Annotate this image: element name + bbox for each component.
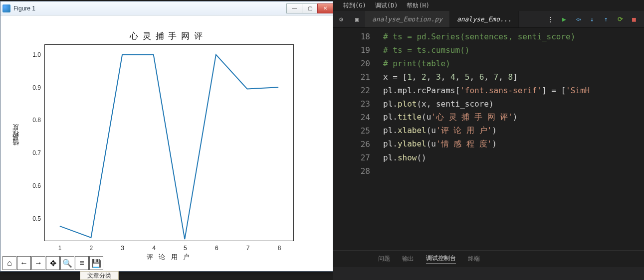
y-tick: 1.0 xyxy=(25,51,41,58)
y-axis-label: 情 感 程 度 xyxy=(11,135,20,151)
run-icon[interactable]: ▶ xyxy=(559,14,569,24)
y-tick: 0.5 xyxy=(25,215,41,222)
code-text[interactable]: pl.ylabel(u'情 感 程 度') xyxy=(383,139,497,149)
restart-icon[interactable]: ⟳ xyxy=(615,14,625,24)
code-line[interactable]: 25pl.xlabel(u'评 论 用 户') xyxy=(333,124,644,138)
line-number: 19 xyxy=(333,45,383,55)
panel-output[interactable]: 输出 xyxy=(402,255,414,263)
more-icon[interactable]: ⋮ xyxy=(545,14,555,24)
line-number: 24 xyxy=(333,113,383,122)
line-number: 22 xyxy=(333,86,383,95)
line-number: 21 xyxy=(333,72,383,82)
save-icon[interactable]: 💾 xyxy=(89,256,103,270)
code-text[interactable]: # ts = pd.Series(sentences, senti_score) xyxy=(383,32,575,41)
step-into-icon[interactable]: ↓ xyxy=(587,14,597,24)
panel-debug-console[interactable]: 调试控制台 xyxy=(426,254,456,264)
x-tick: 3 xyxy=(121,245,124,252)
line-number: 20 xyxy=(333,59,383,68)
code-line[interactable]: 23pl.plot(x, senti_score) xyxy=(333,97,644,111)
line-number: 18 xyxy=(333,32,383,41)
panel-terminal[interactable]: 终端 xyxy=(468,255,480,263)
x-tick: 6 xyxy=(215,245,218,252)
background-tab[interactable]: 文章分类 xyxy=(80,271,119,280)
code-line[interactable]: 26pl.ylabel(u'情 感 程 度') xyxy=(333,138,644,151)
status-bar xyxy=(333,267,644,280)
menu-goto[interactable]: 转到(G) xyxy=(343,1,366,10)
plot-canvas[interactable]: 心 灵 捕 手 网 评 情 感 程 度 评 论 用 户 0.50.60.70.8… xyxy=(4,16,329,253)
line-number: 28 xyxy=(333,166,383,176)
code-text[interactable]: pl.title(u'心 灵 捕 手 网 评') xyxy=(383,112,517,123)
window-title: Figure 1 xyxy=(13,5,286,12)
code-text[interactable]: pl.mpl.rcParams['font.sans-serif'] = ['S… xyxy=(383,86,590,95)
pan-icon[interactable]: ✥ xyxy=(46,256,60,270)
x-tick: 1 xyxy=(58,245,62,252)
matplotlib-toolbar: ⌂ ← → ✥ 🔍 ≡ 💾 xyxy=(2,256,104,270)
code-line[interactable]: 24pl.title(u'心 灵 捕 手 网 评') xyxy=(333,111,644,124)
y-tick: 0.8 xyxy=(25,117,41,124)
code-line[interactable]: 28 xyxy=(333,164,644,178)
plot-axes: 情 感 程 度 评 论 用 户 0.50.60.70.80.91.0123456… xyxy=(44,44,294,241)
code-line[interactable]: 18# ts = pd.Series(sentences, senti_scor… xyxy=(333,30,644,43)
panel-problems[interactable]: 问题 xyxy=(378,255,390,263)
gear-icon[interactable]: ⚙ xyxy=(333,11,349,27)
line-number: 23 xyxy=(333,99,383,109)
code-line[interactable]: 27pl.show() xyxy=(333,151,644,164)
app-icon xyxy=(2,4,10,12)
menu-help[interactable]: 帮助(H) xyxy=(407,1,429,10)
code-text[interactable]: pl.show() xyxy=(383,153,427,162)
code-text[interactable]: # print(table) xyxy=(383,59,450,68)
configure-icon[interactable]: ≡ xyxy=(75,256,89,270)
line-number: 27 xyxy=(333,153,383,162)
bottom-panel: 问题 输出 调试控制台 终端 xyxy=(333,250,644,267)
step-out-icon[interactable]: ↑ xyxy=(601,14,611,24)
x-tick: 4 xyxy=(152,245,156,252)
forward-icon[interactable]: → xyxy=(31,256,45,270)
code-text[interactable]: # ts = ts.cumsum() xyxy=(383,45,469,55)
zoom-icon[interactable]: 🔍 xyxy=(60,256,74,270)
y-tick: 0.6 xyxy=(25,182,41,189)
x-tick: 2 xyxy=(90,245,93,252)
line-number: 26 xyxy=(333,140,383,149)
menu-debug[interactable]: 调试(D) xyxy=(375,1,398,10)
code-line[interactable]: 21x = [1, 2, 3, 4, 5, 6, 7, 8] xyxy=(333,70,644,84)
terminal-icon[interactable]: ▣ xyxy=(349,11,365,27)
stop-icon[interactable]: ■ xyxy=(629,14,639,24)
code-line[interactable]: 22pl.mpl.rcParams['font.sans-serif'] = [… xyxy=(333,84,644,97)
figure-window: Figure 1 — ▢ ✕ 心 灵 捕 手 网 评 情 感 程 度 评 论 用… xyxy=(0,1,333,272)
x-tick: 5 xyxy=(184,245,187,252)
ide-panel: 转到(G) 调试(D) 帮助(H) ⚙ ▣ analyse_Emotion.py… xyxy=(333,0,644,280)
back-icon[interactable]: ← xyxy=(17,256,31,270)
tab-file-2[interactable]: analyse_Emo... xyxy=(450,11,519,27)
code-line[interactable]: 19# ts = ts.cumsum() xyxy=(333,43,644,57)
figure-titlebar[interactable]: Figure 1 — ▢ ✕ xyxy=(0,1,333,15)
menu-bar: 转到(G) 调试(D) 帮助(H) xyxy=(333,0,644,11)
line-number: 25 xyxy=(333,126,383,136)
code-text[interactable]: x = [1, 2, 3, 4, 5, 6, 7, 8] xyxy=(383,72,518,82)
code-text[interactable]: pl.plot(x, senti_score) xyxy=(383,99,494,109)
y-tick: 0.7 xyxy=(25,149,41,156)
tab-file-1[interactable]: analyse_Emotion.py xyxy=(365,11,450,27)
x-tick: 8 xyxy=(278,245,281,252)
y-tick: 0.9 xyxy=(25,84,41,91)
x-tick: 7 xyxy=(246,245,250,252)
maximize-button[interactable]: ▢ xyxy=(302,3,318,13)
editor-tabs-row: ⚙ ▣ analyse_Emotion.py analyse_Emo... ⋮ … xyxy=(333,11,644,28)
home-icon[interactable]: ⌂ xyxy=(2,256,16,270)
close-button[interactable]: ✕ xyxy=(317,3,333,13)
code-text[interactable]: pl.xlabel(u'评 论 用 户') xyxy=(383,126,497,136)
code-line[interactable]: 20# print(table) xyxy=(333,57,644,70)
step-over-icon[interactable]: ⤼ xyxy=(573,14,583,24)
line-plot-svg xyxy=(45,45,293,241)
code-editor[interactable]: 18# ts = pd.Series(sentences, senti_scor… xyxy=(333,28,644,250)
chart-title: 心 灵 捕 手 网 评 xyxy=(4,30,329,42)
minimize-button[interactable]: — xyxy=(286,3,302,13)
